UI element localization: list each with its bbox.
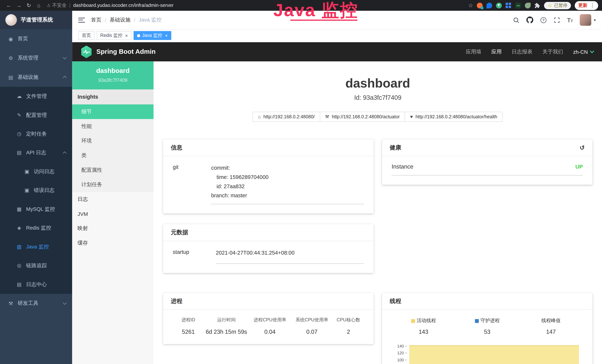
sidebar-item-mysql-monitor[interactable]: ▦ MySQL 监控 [0, 200, 72, 218]
search-icon[interactable] [513, 17, 519, 23]
avatar[interactable] [580, 14, 591, 26]
breadcrumb-separator: / [134, 17, 135, 23]
extension-orange-icon[interactable] [477, 2, 483, 8]
fullscreen-icon[interactable] [554, 17, 560, 23]
page-title: dashboard [153, 76, 602, 91]
sba-menu-config-props[interactable]: 配置属性 [72, 163, 153, 177]
sba-nav-links: 应用墙 应用 日志报表 关于我们 zh-CN [466, 48, 593, 55]
sidebar-item-system-mgmt[interactable]: ⚙ 系统管理 [0, 48, 72, 68]
legend-value: 53 [455, 328, 519, 335]
sba-nav-applications[interactable]: 应用 [491, 48, 502, 55]
breadcrumb: 首页 / 基础设施 / Java 监控 [91, 17, 162, 23]
sba-menu-classes[interactable]: 类 [72, 148, 153, 163]
threads-legend: 活动线程 143 守护进程 53 线程峰值 [392, 318, 583, 335]
breadcrumb-separator: / [105, 17, 106, 23]
extension-leaf-icon[interactable] [525, 2, 531, 8]
close-icon[interactable]: × [165, 33, 168, 38]
breadcrumb-infrastructure[interactable]: 基础设施 [110, 17, 130, 23]
sidebar-item-file-mgmt[interactable]: ☁ 文件管理 [0, 87, 72, 106]
sba-menu-details[interactable]: 细节 [72, 104, 153, 119]
security-label[interactable]: 不安全 [52, 2, 66, 9]
extension-vue-devtools-icon[interactable] [496, 2, 502, 8]
sidebar-item-config-mgmt[interactable]: ✎ 配置管理 [0, 106, 72, 124]
tag-redis-monitor[interactable]: Redis 监控 × [97, 31, 131, 40]
app-logo [5, 14, 17, 26]
instance-header[interactable]: dashboard 93a3fc7f7409 [72, 61, 153, 89]
legend-label: 线程峰值 [541, 318, 561, 324]
browser-reload-button[interactable]: ↻ [24, 2, 34, 8]
sba-brand[interactable]: Spring Boot Admin [81, 45, 156, 58]
sidebar-collapse-icon[interactable] [78, 17, 85, 22]
extensions-puzzle-icon[interactable] [535, 2, 540, 8]
url-text[interactable]: dashboard.yudao.iocoder.cn/infra/admin-s… [73, 3, 173, 8]
sba-menu-metrics[interactable]: 性能 [72, 119, 153, 134]
extension-grid-icon[interactable] [506, 2, 512, 8]
sidebar-item-redis-monitor[interactable]: ◈ Redis 监控 [0, 218, 72, 237]
extension-switch-on-icon[interactable]: on [515, 2, 521, 8]
sidebar-item-label: 日志中心 [26, 281, 47, 288]
browser-home-button[interactable]: ⌂ [34, 2, 44, 8]
sba-nav-about[interactable]: 关于我们 [542, 48, 563, 55]
link-url: http://192.168.0.2:48080/actuator/health [416, 114, 497, 119]
sidebar-item-label: 系统管理 [18, 54, 38, 61]
health-row-label: Instance [392, 163, 413, 170]
process-card: 进程 进程ID 5261 运行时间 [163, 293, 374, 344]
sidebar-item-home[interactable]: ◉ 首页 [0, 29, 72, 48]
gear-icon: ⚙ [8, 55, 14, 61]
sba-menu-mappings[interactable]: 映射 [72, 221, 153, 236]
tags-view: 首页 Redis 监控 × Java 监控 × [72, 29, 602, 42]
tag-label: 首页 [82, 32, 91, 39]
tag-java-monitor[interactable]: Java 监控 × [134, 31, 171, 40]
sba-brand-name: Spring Boot Admin [97, 48, 156, 56]
sba-menu-caches[interactable]: 缓存 [72, 236, 153, 250]
breadcrumb-home[interactable]: 首页 [91, 17, 101, 23]
user-menu[interactable]: ▾ [580, 14, 596, 26]
github-icon[interactable] [526, 17, 533, 23]
browser-back-button[interactable]: ← [4, 2, 14, 8]
sidebar-item-scheduled-jobs[interactable]: ◷ 定时任务 [0, 124, 72, 143]
browser-menu-icon[interactable]: ⋮ [590, 3, 595, 8]
browser-forward-button[interactable]: → [14, 2, 24, 8]
sidebar-item-label: 配置管理 [26, 112, 47, 118]
sidebar-item-infrastructure[interactable]: ▤ 基础设施 [0, 67, 72, 87]
instance-home-link[interactable]: ⌂ http://192.168.0.2:48080/ [253, 112, 320, 122]
infrastructure-submenu: ☁ 文件管理 ✎ 配置管理 ◷ 定时任务 ▤ API 日志 [0, 87, 72, 294]
sba-nav-journal[interactable]: 日志报表 [512, 48, 532, 55]
sidebar-item-java-monitor[interactable]: ▥ Java 监控 [0, 237, 72, 256]
locale-selector[interactable]: zh-CN [573, 49, 593, 55]
tag-home[interactable]: 首页 [78, 31, 94, 40]
active-dot [137, 34, 140, 37]
info-row-value: commit: time: 1596289704000 id: 27aa832 … [211, 163, 364, 204]
actuator-link[interactable]: ⚒ http://192.168.0.2:48080/actuator [320, 112, 405, 122]
sidebar-item-tracing[interactable]: ◎ 链路追踪 [0, 256, 72, 275]
bookmark-star-icon[interactable]: ☆ [468, 2, 473, 8]
browser-update-button[interactable]: 更新 ⋮ [575, 1, 598, 10]
process-table: 进程ID 5261 运行时间 6d 23h 15m 59s [173, 317, 364, 335]
sba-sidebar: dashboard 93a3fc7f7409 Insights 细节 性能 环境… [72, 61, 153, 364]
font-size-icon[interactable]: TT [567, 17, 573, 23]
extension-drop-icon[interactable] [486, 2, 492, 8]
address-bar[interactable]: ⚠ 不安全 | dashboard.yudao.iocoder.cn/infra… [47, 2, 468, 9]
sba-menu-environment[interactable]: 环境 [72, 134, 153, 148]
sba-content: dashboard Id: 93a3fc7f7409 ⌂ http://192.… [153, 61, 602, 364]
sba-menu-scheduled-tasks[interactable]: 计划任务 [72, 177, 153, 192]
paused-chip[interactable]: ☺ 已暂停 [544, 2, 571, 9]
svg-text:?: ? [542, 18, 545, 22]
top-navbar: 首页 / 基础设施 / Java 监控 ? [72, 11, 602, 29]
sidebar-item-access-log[interactable]: ▣ 访问日志 [0, 162, 72, 181]
history-icon[interactable]: ↺ [580, 144, 585, 151]
daemon-threads-swatch [475, 319, 479, 323]
legend-label: 活动线程 [417, 318, 436, 324]
sidebar-item-log-center[interactable]: ▤ 日志中心 [0, 275, 72, 294]
sidebar-item-error-log[interactable]: ▣ 错误日志 [0, 181, 72, 200]
sba-nav-wallboard[interactable]: 应用墙 [466, 48, 481, 55]
sba-menu-logs[interactable]: 日志 [72, 192, 153, 207]
close-icon[interactable]: × [125, 33, 128, 38]
help-icon[interactable]: ? [540, 17, 547, 23]
sidebar-item-api-log[interactable]: ▤ API 日志 [0, 143, 72, 162]
health-card-title: 健康 [390, 144, 401, 151]
sidebar-item-dev-tools[interactable]: ⚒ 研发工具 [0, 294, 72, 313]
sba-menu-jvm[interactable]: JVM [72, 207, 153, 221]
health-link[interactable]: ♥ http://192.168.0.2:48080/actuator/heal… [405, 112, 503, 122]
screenshot-stage: ← → ↻ ⌂ ⚠ 不安全 | dashboard.yudao.iocoder.… [0, 0, 602, 364]
